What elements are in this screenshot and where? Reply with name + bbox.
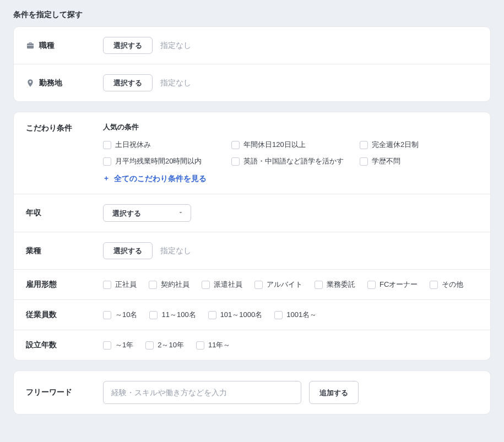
cb-employment-5[interactable]: FCオーナー: [367, 280, 418, 290]
briefcase-icon: [26, 41, 35, 50]
cb-kodawari-0[interactable]: 土日祝休み: [103, 140, 221, 150]
detailed-criteria-card: こだわり条件 人気の条件 土日祝休み 年間休日120日以上 完全週休2日制 月平…: [13, 112, 491, 361]
cb-size-2[interactable]: 101～1000名: [208, 310, 263, 320]
row-work-location: 勤務地 選択する 指定なし: [14, 64, 490, 101]
checkbox-input[interactable]: [231, 157, 240, 166]
cb-label: ～1年: [115, 340, 133, 350]
checkbox-input[interactable]: [231, 141, 240, 149]
cb-age-0[interactable]: ～1年: [103, 340, 133, 350]
row-company-size: 従業員数 ～10名 11～100名 101～1000名 1001名～: [14, 300, 490, 330]
cb-kodawari-2[interactable]: 完全週休2日制: [360, 140, 478, 150]
label-work-location-text: 勤務地: [39, 78, 62, 88]
checkbox-input[interactable]: [360, 141, 368, 149]
cb-kodawari-5[interactable]: 学歴不問: [360, 156, 478, 166]
cb-size-0[interactable]: ～10名: [103, 310, 137, 320]
cb-size-1[interactable]: 11～100名: [149, 310, 196, 320]
row-salary: 年収 選択する: [14, 194, 490, 232]
select-industry-button[interactable]: 選択する: [103, 242, 153, 259]
add-freeword-button[interactable]: 追加する: [309, 381, 359, 404]
checkbox-input[interactable]: [254, 281, 263, 289]
work-location-value: 指定なし: [160, 78, 191, 88]
plus-icon: [103, 175, 110, 183]
freeword-card: フリーワード 追加する: [13, 370, 491, 414]
expand-kodawari-link[interactable]: 全てのこだわり条件を見る: [103, 174, 207, 184]
label-industry: 業種: [26, 242, 103, 259]
cb-label: 正社員: [115, 280, 137, 290]
checkbox-input[interactable]: [202, 281, 210, 289]
cb-label: 月平均残業時間20時間以内: [115, 156, 202, 166]
cb-kodawari-3[interactable]: 月平均残業時間20時間以内: [103, 156, 221, 166]
checkbox-input[interactable]: [103, 141, 111, 149]
cb-employment-6[interactable]: その他: [430, 280, 463, 290]
checkbox-input[interactable]: [315, 281, 323, 289]
job-type-value: 指定なし: [160, 41, 191, 51]
label-company-age: 設立年数: [26, 340, 103, 350]
cb-age-2[interactable]: 11年～: [196, 340, 230, 350]
cb-label: 業務委託: [327, 280, 355, 290]
cb-kodawari-4[interactable]: 英語・中国語など語学を活かす: [231, 156, 350, 166]
cb-label: 土日祝休み: [115, 140, 151, 150]
checkbox-input[interactable]: [149, 311, 158, 319]
popular-conditions-title: 人気の条件: [103, 122, 478, 132]
label-employment-type: 雇用形態: [26, 280, 103, 290]
cb-label: 11年～: [208, 340, 230, 350]
row-job-type: 職種 選択する 指定なし: [14, 27, 490, 64]
cb-label: 契約社員: [161, 280, 189, 290]
expand-kodawari-label: 全てのこだわり条件を見る: [114, 174, 207, 184]
checkbox-input[interactable]: [274, 311, 283, 319]
row-employment-type: 雇用形態 正社員 契約社員 派遣社員 アルバイト 業務委託 FCオーナー その他: [14, 270, 490, 300]
salary-select[interactable]: 選択する: [103, 204, 191, 222]
industry-value: 指定なし: [160, 246, 191, 256]
checkbox-input[interactable]: [196, 341, 204, 350]
cb-label: 11～100名: [161, 310, 196, 320]
cb-size-3[interactable]: 1001名～: [274, 310, 317, 320]
checkbox-input[interactable]: [145, 341, 154, 350]
checkbox-input[interactable]: [360, 157, 368, 166]
checkbox-input[interactable]: [208, 311, 216, 319]
cb-age-1[interactable]: 2～10年: [145, 340, 184, 350]
freeword-input[interactable]: [103, 381, 301, 404]
salary-select-label: 選択する: [112, 210, 141, 217]
checkbox-input[interactable]: [103, 341, 111, 350]
chevron-down-icon: [177, 209, 184, 217]
cb-employment-3[interactable]: アルバイト: [254, 280, 302, 290]
basic-criteria-card: 職種 選択する 指定なし 勤務地 選択する 指定なし: [13, 26, 491, 102]
select-job-type-button[interactable]: 選択する: [103, 37, 153, 54]
pin-icon: [26, 79, 35, 88]
checkbox-input[interactable]: [367, 281, 376, 289]
checkbox-input[interactable]: [103, 281, 111, 289]
label-job-type: 職種: [26, 37, 103, 54]
cb-label: 完全週休2日制: [372, 140, 419, 150]
checkbox-input[interactable]: [103, 311, 111, 319]
cb-label: 派遣社員: [214, 280, 242, 290]
cb-employment-4[interactable]: 業務委託: [315, 280, 355, 290]
page-title: 条件を指定して探す: [13, 10, 491, 20]
cb-label: 1001名～: [286, 310, 317, 320]
cb-label: FCオーナー: [380, 280, 418, 290]
row-freeword: フリーワード 追加する: [14, 371, 490, 414]
cb-label: 101～1000名: [220, 310, 263, 320]
checkbox-input[interactable]: [149, 281, 157, 289]
checkbox-input[interactable]: [103, 157, 111, 166]
cb-label: 学歴不問: [372, 156, 400, 166]
cb-label: 2～10年: [158, 340, 184, 350]
cb-label: その他: [442, 280, 463, 290]
label-kodawari: こだわり条件: [26, 122, 103, 133]
label-company-size: 従業員数: [26, 310, 103, 320]
row-kodawari: こだわり条件 人気の条件 土日祝休み 年間休日120日以上 完全週休2日制 月平…: [14, 112, 490, 194]
cb-label: ～10名: [115, 310, 137, 320]
label-job-type-text: 職種: [39, 41, 55, 51]
cb-employment-1[interactable]: 契約社員: [149, 280, 189, 290]
cb-employment-0[interactable]: 正社員: [103, 280, 137, 290]
row-industry: 業種 選択する 指定なし: [14, 232, 490, 270]
cb-label: 年間休日120日以上: [243, 140, 306, 150]
label-work-location: 勤務地: [26, 74, 103, 91]
label-freeword: フリーワード: [26, 381, 103, 404]
cb-label: 英語・中国語など語学を活かす: [243, 156, 344, 166]
checkbox-input[interactable]: [430, 281, 438, 289]
cb-kodawari-1[interactable]: 年間休日120日以上: [231, 140, 350, 150]
select-work-location-button[interactable]: 選択する: [103, 74, 153, 91]
row-company-age: 設立年数 ～1年 2～10年 11年～: [14, 330, 490, 360]
cb-employment-2[interactable]: 派遣社員: [202, 280, 242, 290]
cb-label: アルバイト: [267, 280, 302, 290]
